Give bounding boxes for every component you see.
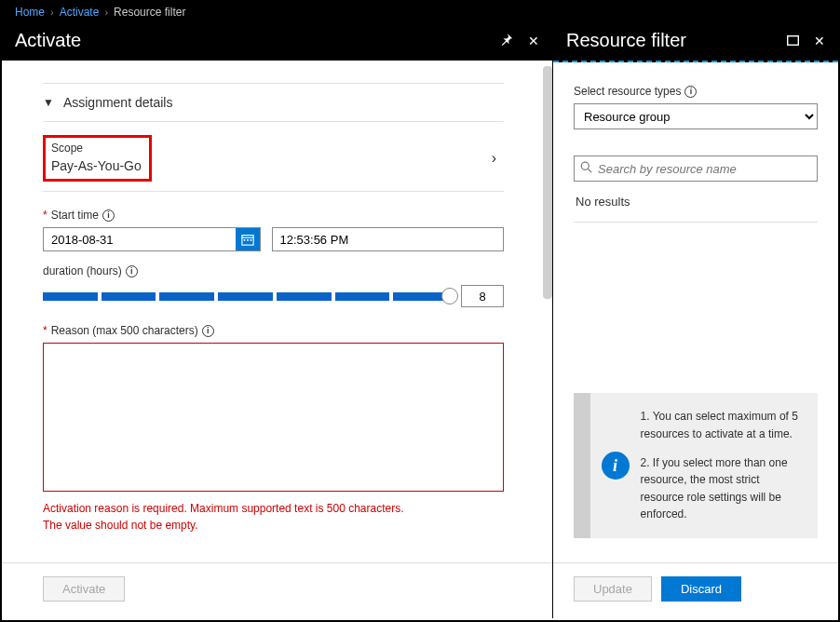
activate-title: Activate bbox=[15, 30, 81, 51]
slider-thumb[interactable] bbox=[441, 288, 458, 304]
reason-error: Activation reason is required. Maximum s… bbox=[43, 500, 504, 534]
breadcrumb-activate[interactable]: Activate bbox=[60, 6, 100, 19]
maximize-icon[interactable] bbox=[787, 34, 799, 48]
resource-search[interactable] bbox=[574, 156, 818, 182]
activate-blade: Activate ✕ ▼ Assignment details Scope bbox=[2, 22, 553, 618]
chevron-right-icon: › bbox=[104, 7, 108, 18]
duration-value-input[interactable] bbox=[461, 285, 504, 307]
info-icon: i bbox=[602, 452, 630, 480]
help-panel: i 1. You can select maximum of 5 resourc… bbox=[574, 393, 818, 538]
resource-filter-footer: Update Discard bbox=[553, 562, 838, 618]
activate-button[interactable]: Activate bbox=[43, 576, 125, 602]
activate-footer: Activate bbox=[2, 562, 552, 618]
info-icon[interactable]: i bbox=[102, 210, 115, 222]
chevron-right-icon: › bbox=[492, 150, 496, 167]
search-icon bbox=[580, 161, 592, 176]
info-icon[interactable]: i bbox=[684, 86, 697, 98]
reason-textarea[interactable] bbox=[43, 343, 504, 492]
reason-label: * Reason (max 500 characters) i bbox=[43, 324, 504, 337]
scope-label: Scope bbox=[51, 142, 142, 155]
resource-search-input[interactable] bbox=[598, 162, 811, 176]
start-time-label: * Start time i bbox=[43, 209, 504, 222]
breadcrumb-home[interactable]: Home bbox=[15, 6, 45, 19]
close-icon[interactable]: ✕ bbox=[814, 34, 825, 48]
info-icon[interactable]: i bbox=[126, 265, 138, 277]
svg-rect-5 bbox=[788, 35, 799, 45]
start-date-input[interactable] bbox=[44, 228, 236, 250]
no-results-text: No results bbox=[574, 182, 818, 223]
svg-rect-4 bbox=[250, 239, 251, 241]
breadcrumb-resource-filter: Resource filter bbox=[114, 6, 185, 19]
help-text-2: 2. If you select more than one resource,… bbox=[641, 454, 803, 523]
assignment-details-section[interactable]: ▼ Assignment details bbox=[43, 83, 504, 122]
update-button[interactable]: Update bbox=[574, 576, 652, 602]
scope-row[interactable]: Scope Pay-As-You-Go › bbox=[43, 126, 504, 192]
breadcrumb: Home › Activate › Resource filter bbox=[2, 2, 838, 22]
calendar-icon[interactable] bbox=[236, 228, 260, 250]
discard-button[interactable]: Discard bbox=[661, 576, 741, 602]
scope-value: Pay-As-You-Go bbox=[51, 158, 142, 173]
svg-rect-3 bbox=[247, 239, 249, 241]
assignment-details-label: Assignment details bbox=[63, 95, 173, 110]
resource-type-select[interactable]: Resource group bbox=[574, 103, 818, 129]
resource-filter-blade: Resource filter ✕ Select resource types … bbox=[553, 22, 838, 618]
start-date-field[interactable] bbox=[43, 227, 261, 251]
scrollbar[interactable] bbox=[543, 66, 552, 299]
svg-rect-2 bbox=[243, 239, 245, 241]
scope-highlight: Scope Pay-As-You-Go bbox=[43, 135, 152, 182]
close-icon[interactable]: ✕ bbox=[528, 34, 539, 48]
pin-icon[interactable] bbox=[500, 33, 513, 48]
duration-slider[interactable] bbox=[43, 288, 448, 304]
svg-point-6 bbox=[581, 162, 589, 169]
activate-blade-header: Activate ✕ bbox=[2, 22, 552, 61]
resource-filter-header: Resource filter ✕ bbox=[553, 22, 838, 62]
resource-filter-title: Resource filter bbox=[566, 30, 686, 51]
chevron-right-icon: › bbox=[50, 7, 54, 18]
duration-label: duration (hours) i bbox=[43, 264, 504, 277]
select-resource-types-label: Select resource types i bbox=[574, 85, 818, 98]
info-icon[interactable]: i bbox=[202, 325, 214, 337]
chevron-down-icon: ▼ bbox=[43, 96, 54, 109]
svg-line-7 bbox=[589, 169, 592, 173]
help-text-1: 1. You can select maximum of 5 resources… bbox=[641, 408, 803, 442]
start-time-input[interactable] bbox=[272, 227, 505, 251]
